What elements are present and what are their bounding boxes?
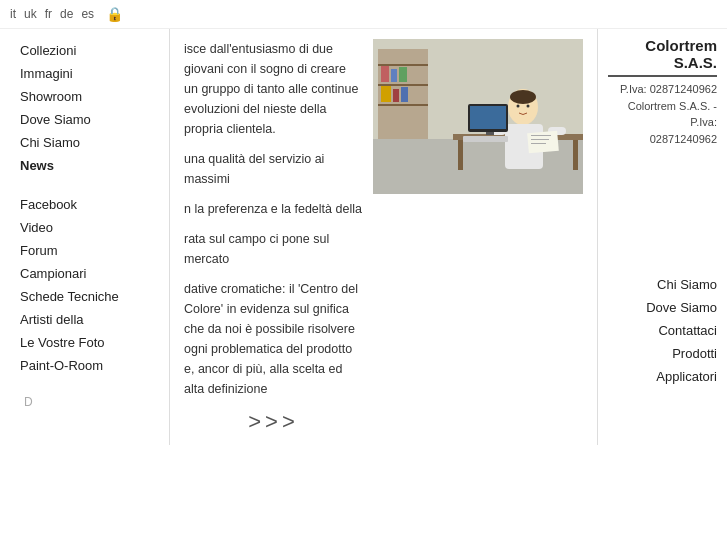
article-para-1: una qualità del servizio ai massimi bbox=[184, 149, 363, 189]
svg-rect-4 bbox=[378, 84, 428, 86]
brand-info-line3: 02871240962 bbox=[608, 131, 717, 148]
svg-rect-29 bbox=[531, 139, 549, 140]
article-layout: isce dall'entusiasmo di due giovani con … bbox=[184, 39, 583, 435]
nav-paint-o-room[interactable]: Paint-O-Room bbox=[20, 354, 169, 377]
svg-rect-5 bbox=[378, 104, 428, 106]
right-nav-applicatori[interactable]: Applicatori bbox=[608, 369, 717, 384]
right-nav: Chi Siamo Dove Siamo Contattaci Prodotti… bbox=[608, 277, 717, 384]
main-nav: Collezioni Immagini Showroom Dove Siamo … bbox=[20, 39, 169, 177]
nav-immagini[interactable]: Immagini bbox=[20, 62, 169, 85]
lang-fr[interactable]: fr bbox=[45, 7, 52, 21]
svg-rect-10 bbox=[393, 89, 399, 102]
svg-point-18 bbox=[510, 90, 536, 104]
lang-it[interactable]: it bbox=[10, 7, 16, 21]
arrow-nav[interactable]: >>> bbox=[184, 409, 363, 435]
article-para-3: rata sul campo ci pone sul mercato bbox=[184, 229, 363, 269]
article-text: isce dall'entusiasmo di due giovani con … bbox=[184, 39, 363, 435]
left-sidebar: Collezioni Immagini Showroom Dove Siamo … bbox=[0, 29, 170, 445]
svg-rect-25 bbox=[486, 132, 494, 135]
lang-de[interactable]: de bbox=[60, 7, 73, 21]
nav-video[interactable]: Video bbox=[20, 216, 169, 239]
right-nav-prodotti[interactable]: Prodotti bbox=[608, 346, 717, 361]
main-content: isce dall'entusiasmo di due giovani con … bbox=[170, 29, 597, 445]
svg-rect-14 bbox=[573, 140, 578, 170]
svg-rect-13 bbox=[458, 140, 463, 170]
article-para-2: n la preferenza e la fedeltà della bbox=[184, 199, 363, 219]
right-nav-chi-siamo[interactable]: Chi Siamo bbox=[608, 277, 717, 292]
nav-dove-siamo[interactable]: Dove Siamo bbox=[20, 108, 169, 131]
svg-rect-28 bbox=[531, 135, 551, 136]
lang-es[interactable]: es bbox=[81, 7, 94, 21]
nav-news[interactable]: News bbox=[20, 154, 169, 177]
article-para-0: isce dall'entusiasmo di due giovani con … bbox=[184, 39, 363, 139]
layout: Collezioni Immagini Showroom Dove Siamo … bbox=[0, 29, 727, 445]
lock-icon: 🔒 bbox=[106, 6, 123, 22]
svg-point-20 bbox=[527, 105, 530, 108]
nav-artisti-della[interactable]: Artisti della bbox=[20, 308, 169, 331]
article-photo bbox=[373, 39, 583, 194]
svg-rect-30 bbox=[531, 143, 546, 144]
nav-collezioni[interactable]: Collezioni bbox=[20, 39, 169, 62]
nav-showroom[interactable]: Showroom bbox=[20, 85, 169, 108]
svg-rect-7 bbox=[391, 69, 397, 82]
d-indicator: D bbox=[20, 393, 169, 411]
brand-block: Colortrem S.A.S. P.Iva: 02871240962 Colo… bbox=[608, 37, 717, 147]
top-bar: it uk fr de es 🔒 bbox=[0, 0, 727, 29]
right-nav-dove-siamo[interactable]: Dove Siamo bbox=[608, 300, 717, 315]
brand-name: Colortrem S.A.S. bbox=[608, 37, 717, 71]
lang-uk[interactable]: uk bbox=[24, 7, 37, 21]
nav-forum[interactable]: Forum bbox=[20, 239, 169, 262]
right-sidebar: Colortrem S.A.S. P.Iva: 02871240962 Colo… bbox=[597, 29, 727, 445]
svg-rect-27 bbox=[527, 131, 559, 154]
article-para-4: dative cromatiche: il 'Centro del Colore… bbox=[184, 279, 363, 399]
nav-schede-tecniche[interactable]: Schede Tecniche bbox=[20, 285, 169, 308]
brand-info: P.Iva: 02871240962 Colortrem S.A.S. - P.… bbox=[608, 81, 717, 147]
svg-rect-11 bbox=[401, 87, 408, 102]
brand-info-line1: P.Iva: 02871240962 bbox=[608, 81, 717, 98]
nav-campionari[interactable]: Campionari bbox=[20, 262, 169, 285]
svg-rect-3 bbox=[378, 64, 428, 66]
brand-divider bbox=[608, 75, 717, 77]
nav-chi-siamo[interactable]: Chi Siamo bbox=[20, 131, 169, 154]
svg-point-19 bbox=[517, 105, 520, 108]
svg-rect-24 bbox=[470, 106, 506, 129]
svg-rect-9 bbox=[381, 86, 391, 102]
right-nav-contattaci[interactable]: Contattaci bbox=[608, 323, 717, 338]
article-image bbox=[373, 39, 583, 435]
secondary-nav: Facebook Video Forum Campionari Schede T… bbox=[20, 193, 169, 377]
brand-info-line2: Colortrem S.A.S. - P.Iva: bbox=[608, 98, 717, 131]
svg-rect-6 bbox=[381, 66, 389, 82]
svg-rect-8 bbox=[399, 67, 407, 82]
nav-facebook[interactable]: Facebook bbox=[20, 193, 169, 216]
nav-le-vostre-foto[interactable]: Le Vostre Foto bbox=[20, 331, 169, 354]
svg-rect-26 bbox=[463, 136, 508, 142]
content-paragraphs: isce dall'entusiasmo di due giovani con … bbox=[184, 39, 363, 399]
